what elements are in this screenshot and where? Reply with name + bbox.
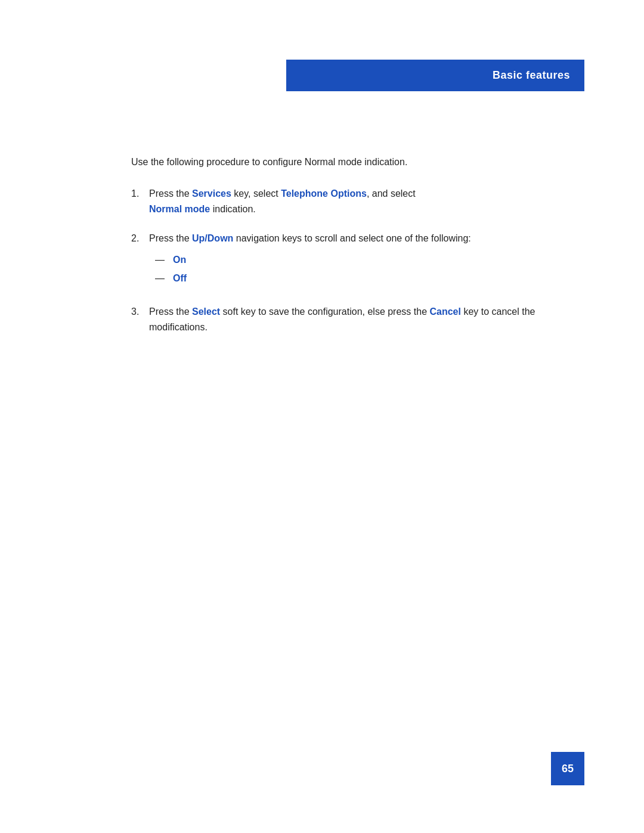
header-title: Basic features — [493, 69, 570, 81]
page-number-box: 65 — [551, 752, 584, 785]
updown-link: Up/Down — [192, 233, 233, 243]
select-link: Select — [192, 306, 220, 317]
dash-on: — — [155, 252, 165, 268]
header-banner: Basic features — [286, 60, 584, 91]
steps-list: 1. Press the Services key, select Teleph… — [131, 186, 584, 335]
services-link: Services — [192, 188, 231, 199]
cancel-link: Cancel — [429, 306, 460, 317]
option-on: — On — [155, 252, 584, 268]
step-1-content: Press the Services key, select Telephone… — [149, 186, 584, 216]
intro-text: Use the following procedure to configure… — [131, 155, 584, 169]
page-number: 65 — [562, 763, 574, 775]
step-1: 1. Press the Services key, select Teleph… — [131, 186, 584, 216]
option-off: — Off — [155, 271, 584, 286]
dash-off: — — [155, 271, 165, 286]
step-1-number: 1. — [131, 186, 149, 202]
step-3: 3. Press the Select soft key to save the… — [131, 304, 584, 335]
telephone-options-link: Telephone Options — [281, 188, 367, 199]
step-3-number: 3. — [131, 304, 149, 320]
step-2: 2. Press the Up/Down navigation keys to … — [131, 231, 584, 290]
step-2-content: Press the Up/Down navigation keys to scr… — [149, 231, 584, 290]
step-3-content: Press the Select soft key to save the co… — [149, 304, 584, 335]
page-container: Basic features Use the following procedu… — [0, 0, 644, 833]
step-2-number: 2. — [131, 231, 149, 246]
off-label: Off — [173, 271, 187, 286]
normal-mode-link: Normal mode — [149, 204, 210, 214]
content-area: Use the following procedure to configure… — [131, 155, 584, 335]
options-list: — On — Off — [155, 252, 584, 286]
on-label: On — [173, 252, 186, 268]
